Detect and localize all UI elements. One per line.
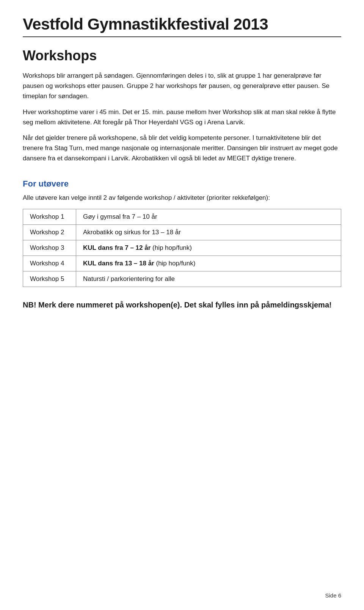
workshop-desc-4: KUL dans fra 13 – 18 år (hip hop/funk) — [76, 256, 341, 271]
for-utovere-intro: Alle utøvere kan velge inntil 2 av følge… — [23, 193, 341, 203]
workshop-desc-3-bold: KUL dans fra 7 – 12 år — [83, 244, 151, 251]
workshop-desc-2: Akrobatikk og sirkus for 13 – 18 år — [76, 224, 341, 240]
workshops-heading: Workshops — [23, 48, 341, 64]
table-row: Workshop 1 Gøy i gymsal fra 7 – 10 år — [23, 209, 341, 224]
table-row: Workshop 3 KUL dans fra 7 – 12 år (hip h… — [23, 240, 341, 256]
workshop-desc-3: KUL dans fra 7 – 12 år (hip hop/funk) — [76, 240, 341, 256]
workshop-desc-1: Gøy i gymsal fra 7 – 10 år — [76, 209, 341, 224]
workshop-label-4: Workshop 4 — [23, 256, 76, 271]
workshops-paragraph-3: Når det gjelder trenere på workshopene, … — [23, 133, 341, 164]
page-number: Side 6 — [325, 592, 341, 599]
nb-text: NB! Merk dere nummeret på workshopen(e).… — [23, 299, 341, 310]
for-utovere-heading: For utøvere — [23, 179, 341, 189]
workshops-paragraph-1: Workshops blir arrangert på søndagen. Gj… — [23, 71, 341, 102]
workshop-desc-4-bold: KUL dans fra 13 – 18 år — [83, 260, 154, 267]
table-row: Workshop 2 Akrobatikk og sirkus for 13 –… — [23, 224, 341, 240]
workshop-desc-4-normal: (hip hop/funk) — [156, 260, 195, 267]
workshop-label-5: Workshop 5 — [23, 271, 76, 287]
workshops-table: Workshop 1 Gøy i gymsal fra 7 – 10 år Wo… — [23, 209, 341, 287]
workshop-desc-5: Natursti / parkorientering for alle — [76, 271, 341, 287]
workshop-label-3: Workshop 3 — [23, 240, 76, 256]
page-title: Vestfold Gymnastikkfestival 2013 — [23, 15, 341, 33]
workshop-label-1: Workshop 1 — [23, 209, 76, 224]
workshop-label-2: Workshop 2 — [23, 224, 76, 240]
table-row: Workshop 4 KUL dans fra 13 – 18 år (hip … — [23, 256, 341, 271]
workshop-desc-3-normal: (hip hop/funk) — [152, 244, 192, 251]
table-row: Workshop 5 Natursti / parkorientering fo… — [23, 271, 341, 287]
title-divider — [23, 36, 341, 37]
workshops-paragraph-2: Hver workshoptime varer i 45 min. Det er… — [23, 107, 341, 127]
